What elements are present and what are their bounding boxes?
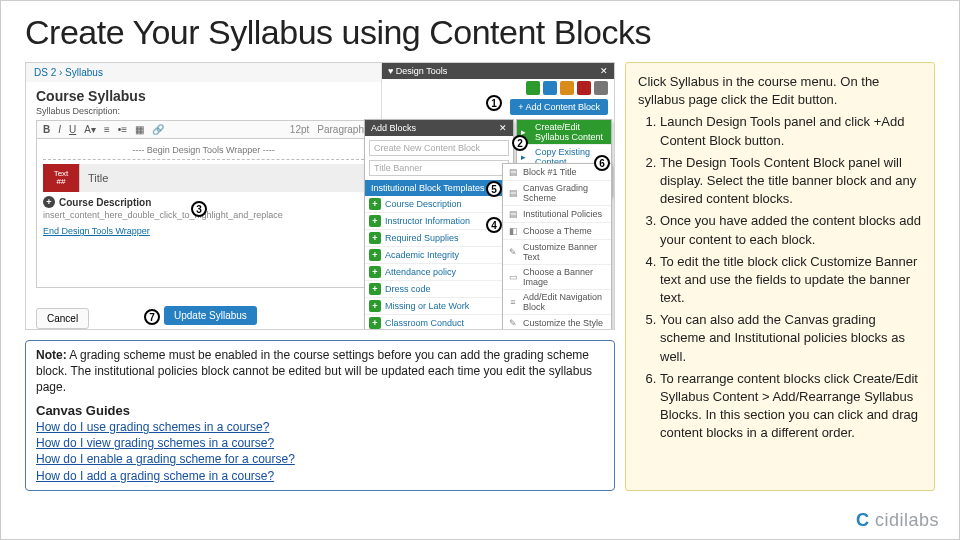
- wrapper-end: End Design Tools Wrapper: [43, 226, 364, 236]
- text-color-icon[interactable]: A▾: [82, 124, 98, 135]
- plus-circle-icon[interactable]: +: [43, 196, 55, 208]
- instructions-panel: Click Syllabus in the course menu. On th…: [625, 62, 935, 491]
- syllabus-desc-label: Syllabus Description:: [26, 106, 381, 116]
- font-size-label: 12pt: [288, 124, 311, 135]
- guide-link[interactable]: How do I add a grading scheme in a cours…: [36, 468, 604, 484]
- guide-link[interactable]: How do I enable a grading scheme for a c…: [36, 451, 604, 467]
- opt-row[interactable]: ✎Customize the Style: [503, 315, 611, 330]
- tpl-row[interactable]: +Course Description: [365, 196, 513, 213]
- instruction-step: The Design Tools Content Block panel wil…: [660, 154, 922, 209]
- list-icon[interactable]: •≡: [116, 124, 129, 135]
- opt-row[interactable]: ✎Customize Banner Text: [503, 240, 611, 265]
- rte-body[interactable]: ---- Begin Design Tools Wrapper ---- Tex…: [36, 138, 371, 288]
- tpl-row[interactable]: +Dress code: [365, 281, 513, 298]
- instruction-step: To rearrange content blocks click Create…: [660, 370, 922, 443]
- add-content-block-button[interactable]: + Add Content Block: [510, 99, 608, 115]
- cancel-button[interactable]: Cancel: [36, 308, 89, 329]
- design-tools-label: Design Tools: [396, 66, 447, 76]
- panel1-hdr: Add Blocks✕: [365, 120, 513, 136]
- align-icon[interactable]: ≡: [102, 124, 112, 135]
- title-banner-block[interactable]: Text ## Title: [43, 164, 364, 192]
- screenshot: DS 2 › Syllabus Course Syllabus Syllabus…: [25, 62, 615, 330]
- tpl-row[interactable]: +Academic Integrity: [365, 247, 513, 264]
- callout-2: 2: [512, 135, 528, 151]
- callout-7: 7: [144, 309, 160, 325]
- title-hash-label: ##: [57, 178, 66, 186]
- tpl-row[interactable]: +Attendance policy: [365, 264, 513, 281]
- page-title: Create Your Syllabus using Content Block…: [25, 13, 935, 52]
- link-icon[interactable]: 🔗: [150, 124, 166, 135]
- instruction-step: To edit the title block click Customize …: [660, 253, 922, 308]
- opt-row[interactable]: ▤Canvas Grading Scheme: [503, 181, 611, 206]
- opt-row[interactable]: ▭Choose a Banner Image: [503, 265, 611, 290]
- instruction-step: You can also add the Canvas grading sche…: [660, 311, 922, 366]
- course-desc-hdr: Course Description: [59, 197, 151, 208]
- paragraph-label: Paragraph: [315, 124, 366, 135]
- callout-1: 1: [486, 95, 502, 111]
- wrapper-begin: ---- Begin Design Tools Wrapper ----: [43, 145, 364, 160]
- rte-toolbar[interactable]: B I U A▾ ≡ •≡ ▦ 🔗 12pt Paragraph: [36, 120, 371, 138]
- note-box: Note: A grading scheme must be enabled i…: [25, 340, 615, 491]
- create-new-input[interactable]: Create New Content Block: [369, 140, 509, 156]
- design-tools-bar: ♥ Design Tools ✕: [382, 63, 614, 79]
- close-icon[interactable]: ✕: [600, 66, 608, 76]
- table-icon[interactable]: ▦: [133, 124, 146, 135]
- opt-row[interactable]: ▤Institutional Policies: [503, 206, 611, 223]
- instruction-step: Launch Design Tools panel and click +Add…: [660, 113, 922, 149]
- instructions-intro: Click Syllabus in the course menu. On th…: [638, 73, 922, 109]
- callout-5: 5: [486, 181, 502, 197]
- options-panel: ▤Block #1 Title ▤Canvas Grading Scheme ▤…: [502, 163, 612, 330]
- note-label: Note:: [36, 348, 67, 362]
- course-syllabus-heading: Course Syllabus: [26, 82, 381, 106]
- bold-icon[interactable]: B: [41, 124, 52, 135]
- italic-icon[interactable]: I: [56, 124, 63, 135]
- callout-6: 6: [594, 155, 610, 171]
- tpl-row[interactable]: +Missing or Late Work: [365, 298, 513, 315]
- create-edit-row[interactable]: ▸Create/Edit Syllabus Content: [517, 120, 611, 145]
- cidilabs-logo: C cidilabs: [856, 510, 939, 531]
- note-text: A grading scheme must be enabled in the …: [36, 348, 592, 394]
- title-banner-input[interactable]: Title Banner: [369, 160, 509, 176]
- tpl-row[interactable]: +Classroom Conduct: [365, 315, 513, 330]
- canvas-guides-heading: Canvas Guides: [36, 402, 604, 420]
- design-tools-icons: [526, 81, 608, 95]
- underline-icon[interactable]: U: [67, 124, 78, 135]
- title-label: Title: [79, 164, 364, 192]
- opt-row[interactable]: ◧Choose a Theme: [503, 223, 611, 240]
- opt-row[interactable]: ≡Add/Edit Navigation Block: [503, 290, 611, 315]
- update-syllabus-button[interactable]: Update Syllabus: [164, 306, 257, 325]
- guide-link[interactable]: How do I view grading schemes in a cours…: [36, 435, 604, 451]
- callout-4: 4: [486, 217, 502, 233]
- instruction-step: Once you have added the content blocks a…: [660, 212, 922, 248]
- breadcrumb: DS 2 › Syllabus: [26, 63, 381, 82]
- guide-link[interactable]: How do I use grading schemes in a course…: [36, 419, 604, 435]
- callout-3: 3: [191, 201, 207, 217]
